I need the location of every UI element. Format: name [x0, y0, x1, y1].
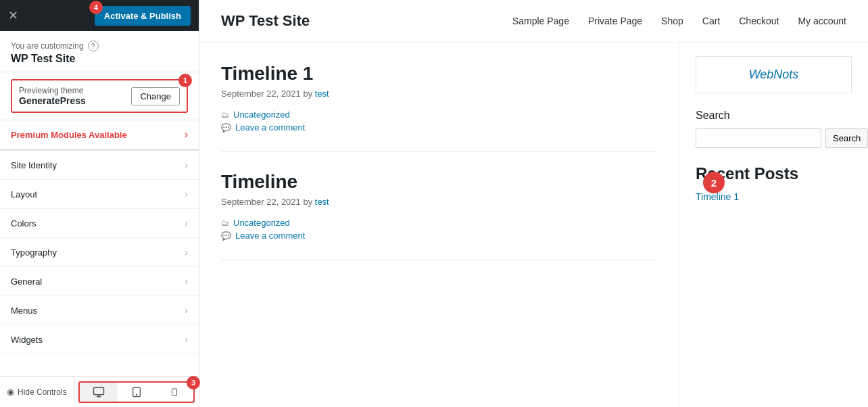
customizing-label-text: You are customizing	[11, 41, 84, 51]
desktop-device-button[interactable]	[80, 383, 118, 402]
eye-icon: ◉	[7, 387, 14, 397]
post-comment-row-2: 💬 Leave a comment	[221, 231, 657, 241]
preview-body: Timeline 1 September 22, 2021 by test 🗂 …	[199, 43, 868, 407]
post-footer-1: 🗂 Uncategorized 💬 Leave a comment	[221, 110, 657, 133]
post-meta-2: September 22, 2021 by test	[221, 197, 657, 207]
site-nav: Sample Page Private Page Shop Cart Check…	[337, 16, 846, 26]
recent-post-link-1[interactable]: Timeline 1	[696, 191, 852, 202]
widget-area: WebNots Search Search Recent Posts Timel…	[679, 43, 868, 407]
chevron-right-icon: ›	[185, 218, 188, 229]
activate-publish-button[interactable]: 4 Activate & Publish	[95, 6, 191, 26]
device-buttons-group: 3	[78, 381, 195, 403]
close-icon[interactable]: ✕	[8, 8, 18, 23]
folder-icon: 🗂	[221, 110, 229, 120]
chevron-right-icon: ›	[185, 305, 188, 316]
site-preview: WP Test Site Sample Page Private Page Sh…	[199, 0, 868, 407]
premium-modules-row[interactable]: Premium Modules Available ›	[0, 120, 199, 151]
customizer-menu-list: Site Identity › Layout › Colors › Typogr…	[0, 151, 199, 376]
help-icon[interactable]: ?	[88, 41, 99, 51]
search-button[interactable]: Search	[825, 128, 868, 148]
nav-link-shop[interactable]: Shop	[661, 16, 683, 26]
post-card-2: Timeline September 22, 2021 by test 🗂 Un…	[221, 171, 657, 260]
chevron-right-icon: ›	[185, 276, 188, 287]
theme-preview-label: Previewing theme	[19, 86, 86, 95]
sidebar-item-general[interactable]: General ›	[0, 267, 199, 296]
hide-controls-button[interactable]: ◉ Hide Controls	[0, 377, 74, 407]
search-widget-label: Search	[696, 110, 852, 122]
chevron-right-icon: ›	[185, 334, 188, 345]
nav-link-sample-page[interactable]: Sample Page	[512, 16, 569, 26]
sidebar-item-site-identity[interactable]: Site Identity ›	[0, 151, 199, 180]
customizer-sidebar: ✕ 4 Activate & Publish You are customizi…	[0, 0, 199, 407]
svg-rect-0	[93, 387, 103, 395]
theme-badge: 1	[178, 74, 192, 87]
device-bar: ◉ Hide Controls 3	[0, 376, 199, 407]
post-author-link-2[interactable]: test	[315, 197, 329, 207]
change-theme-button[interactable]: Change	[131, 87, 180, 105]
comment-icon: 💬	[221, 123, 231, 133]
post-footer-2: 🗂 Uncategorized 💬 Leave a comment	[221, 218, 657, 241]
sidebar-topbar: ✕ 4 Activate & Publish	[0, 0, 199, 31]
post-comment-row-1: 💬 Leave a comment	[221, 122, 657, 133]
post-comment-link-2[interactable]: Leave a comment	[235, 231, 305, 241]
nav-link-checkout[interactable]: Checkout	[739, 16, 779, 26]
post-category-link-2[interactable]: Uncategorized	[233, 218, 290, 228]
theme-preview-box: 1 Previewing theme GeneratePress Change	[11, 79, 188, 113]
folder-icon-2: 🗂	[221, 218, 229, 228]
sidebar-item-layout[interactable]: Layout ›	[0, 180, 199, 209]
content-area: Timeline 1 September 22, 2021 by test 🗂 …	[199, 43, 679, 407]
site-logo: WP Test Site	[221, 12, 310, 30]
post-comment-link-1[interactable]: Leave a comment	[235, 122, 305, 133]
comment-icon-2: 💬	[221, 231, 231, 241]
premium-label: Premium Modules Available	[11, 130, 127, 140]
post-category-row-1: 🗂 Uncategorized	[221, 110, 657, 120]
post-title-2: Timeline	[221, 171, 657, 193]
sidebar-item-typography[interactable]: Typography ›	[0, 238, 199, 267]
activate-badge: 4	[89, 1, 103, 14]
tablet-device-button[interactable]	[118, 383, 155, 402]
customizing-info: You are customizing ? WP Test Site	[0, 31, 199, 72]
site-name: WP Test Site	[11, 53, 188, 65]
search-widget-row: Search	[696, 128, 852, 148]
theme-name: GeneratePress	[19, 95, 86, 106]
sidebar-item-colors[interactable]: Colors ›	[0, 209, 199, 238]
recent-posts-title: Recent Posts	[696, 164, 852, 183]
site-header: WP Test Site Sample Page Private Page Sh…	[199, 0, 868, 43]
post-category-link-1[interactable]: Uncategorized	[233, 110, 290, 120]
nav-link-cart[interactable]: Cart	[702, 16, 720, 26]
chevron-right-icon: ›	[185, 247, 188, 258]
post-title-1: Timeline 1	[221, 63, 657, 85]
sidebar-item-menus[interactable]: Menus ›	[0, 296, 199, 325]
post-card-1: Timeline 1 September 22, 2021 by test 🗂 …	[221, 63, 657, 152]
post-author-link-1[interactable]: test	[315, 89, 329, 99]
post-meta-1: September 22, 2021 by test	[221, 89, 657, 99]
post-category-row-2: 🗂 Uncategorized	[221, 218, 657, 228]
svg-point-4	[136, 394, 137, 395]
chevron-right-icon: ›	[185, 160, 188, 170]
webnots-title: WebNots	[707, 68, 840, 82]
nav-link-my-account[interactable]: My account	[798, 16, 846, 26]
search-input[interactable]	[696, 128, 821, 148]
webnots-widget: WebNots	[696, 56, 852, 93]
chevron-right-icon: ›	[185, 189, 188, 199]
chevron-right-icon: ›	[185, 128, 188, 141]
device-badge: 3	[187, 376, 200, 389]
nav-link-private-page[interactable]: Private Page	[588, 16, 642, 26]
sidebar-item-widgets[interactable]: Widgets ›	[0, 325, 199, 354]
svg-rect-5	[172, 389, 176, 396]
